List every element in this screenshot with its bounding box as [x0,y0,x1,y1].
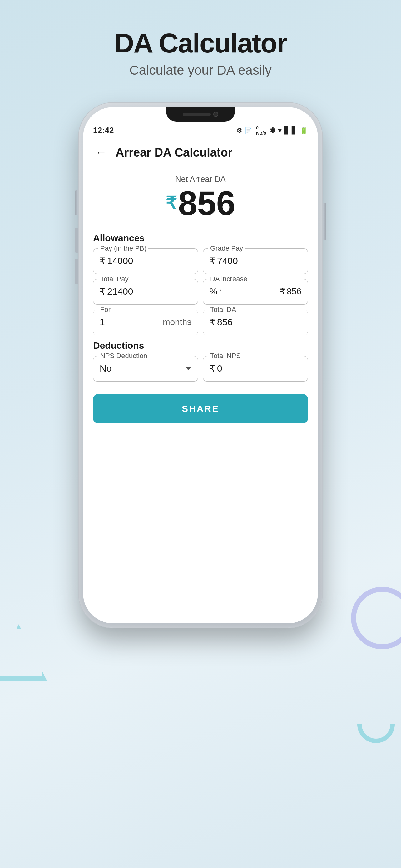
total-nps-amount: 0 [217,363,222,374]
app-content: ← Arrear DA Calculator Net Arrear DA ₹ 8… [83,140,318,423]
total-da-label: Total DA [208,306,238,314]
bg-triangle-decoration [0,624,47,681]
da-increase-amount: 856 [287,286,301,297]
total-da-value: ₹ 856 [209,317,301,328]
doc-icon: 📄 [244,127,252,134]
total-nps-box[interactable]: Total NPS ₹ 0 [203,356,308,381]
da-increase-label: DA increase [208,275,249,283]
da-increase-right: ₹ 856 [280,286,301,297]
deductions-label: Deductions [93,340,308,351]
for-months-number: 1 [100,317,105,328]
result-amount-value: 856 [178,186,235,220]
nps-deduction-label: NPS Deduction [98,352,149,360]
signal-icon: ▊ [284,127,289,135]
total-nps-field: Total NPS ₹ 0 [203,356,308,381]
battery-icon: 🔋 [300,127,308,135]
for-months-value: 1 months [100,317,192,328]
app-subtitle: Calculate your DA easily [114,63,287,78]
app-header: DA Calculator Calculate your DA easily [114,28,287,78]
total-pay-label: Total Pay [98,275,131,283]
network-icon: ▋ [292,127,297,135]
total-pay-amount: 21400 [107,286,133,297]
status-time: 12:42 [93,126,114,135]
gear-icon: ⚙ [236,127,242,134]
for-months-box[interactable]: For 1 months [93,310,198,335]
pay-pb-label: Pay (in the PB) [98,244,148,252]
allowances-grid: Pay (in the PB) ₹ 14000 Grade Pay [93,248,308,335]
pay-pb-rupee: ₹ [100,256,105,266]
pay-pb-box[interactable]: Pay (in the PB) ₹ 14000 [93,248,198,274]
bg-arc-decoration [357,724,395,743]
dropdown-arrow-icon [185,367,192,370]
total-da-amount: 856 [217,317,233,328]
screen-header: ← Arrear DA Calculator [93,140,308,168]
result-rupee-symbol: ₹ [166,194,177,212]
months-suffix: months [163,317,192,327]
nps-deduction-dropdown[interactable]: No [100,363,192,374]
wifi-icon: ▾ [278,127,281,135]
bg-circle-decoration [351,587,401,649]
nps-deduction-field: NPS Deduction No [93,356,198,381]
grade-pay-label: Grade Pay [208,244,245,252]
screen-title: Arrear DA Calculator [115,146,233,159]
total-pay-field: Total Pay ₹ 21400 [93,279,198,305]
app-title: DA Calculator [114,28,287,58]
for-months-field: For 1 months [93,310,198,335]
grade-pay-box[interactable]: Grade Pay ₹ 7400 [203,248,308,274]
total-pay-value: ₹ 21400 [100,286,192,297]
notch-speaker [183,113,211,116]
deductions-section: Deductions NPS Deduction No [93,340,308,381]
grade-pay-amount: 7400 [217,256,238,266]
allowances-label: Allowances [93,233,308,243]
back-arrow-icon: ← [96,147,107,158]
pay-pb-field: Pay (in the PB) ₹ 14000 [93,248,198,274]
nps-deduction-box[interactable]: NPS Deduction No [93,356,198,381]
total-nps-label: Total NPS [208,352,243,360]
data-speed-icon: 0KB/s [255,125,267,136]
bluetooth-icon: ✱ [270,127,275,135]
allowances-section: Allowances Pay (in the PB) ₹ 14000 [93,233,308,335]
result-label: Net Arrear DA [93,174,308,184]
total-da-box[interactable]: Total DA ₹ 856 [203,310,308,335]
notch-camera [213,112,218,117]
for-months-label: For [98,306,112,314]
da-percent-value: 4 [219,289,222,294]
back-button[interactable]: ← [93,144,109,161]
phone-outer-frame: 12:42 ⚙ 📄 0KB/s ✱ ▾ ▊ ▋ [79,103,322,628]
total-nps-value: ₹ 0 [209,363,301,374]
phone-screen: 12:42 ⚙ 📄 0KB/s ✱ ▾ ▊ ▋ [83,107,318,623]
total-nps-rupee: ₹ [209,363,215,374]
total-pay-box[interactable]: Total Pay ₹ 21400 [93,279,198,305]
result-section: Net Arrear DA ₹ 856 [93,168,308,230]
pay-pb-amount: 14000 [107,256,133,266]
total-da-rupee: ₹ [209,317,215,328]
total-da-field: Total DA ₹ 856 [203,310,308,335]
status-icons: ⚙ 📄 0KB/s ✱ ▾ ▊ ▋ 🔋 [236,125,308,136]
da-increase-left: % 4 [209,286,222,297]
share-button[interactable]: SHARE [93,394,308,423]
da-percent-symbol: % [209,286,218,297]
phone-mockup: 12:42 ⚙ 📄 0KB/s ✱ ▾ ▊ ▋ [79,103,322,628]
da-increase-box[interactable]: DA increase % 4 ₹ 856 [203,279,308,305]
grade-pay-rupee: ₹ [209,256,215,266]
total-pay-rupee: ₹ [100,286,105,297]
pay-pb-value: ₹ 14000 [100,256,192,266]
grade-pay-field: Grade Pay ₹ 7400 [203,248,308,274]
deductions-grid: NPS Deduction No Total NPS [93,356,308,381]
nps-deduction-value: No [100,363,111,374]
result-amount-display: ₹ 856 [93,186,308,220]
da-increase-field: DA increase % 4 ₹ 856 [203,279,308,305]
da-increase-rupee: ₹ [280,286,286,297]
phone-notch [166,107,235,122]
grade-pay-value: ₹ 7400 [209,256,301,266]
da-increase-values: % 4 ₹ 856 [209,286,301,297]
